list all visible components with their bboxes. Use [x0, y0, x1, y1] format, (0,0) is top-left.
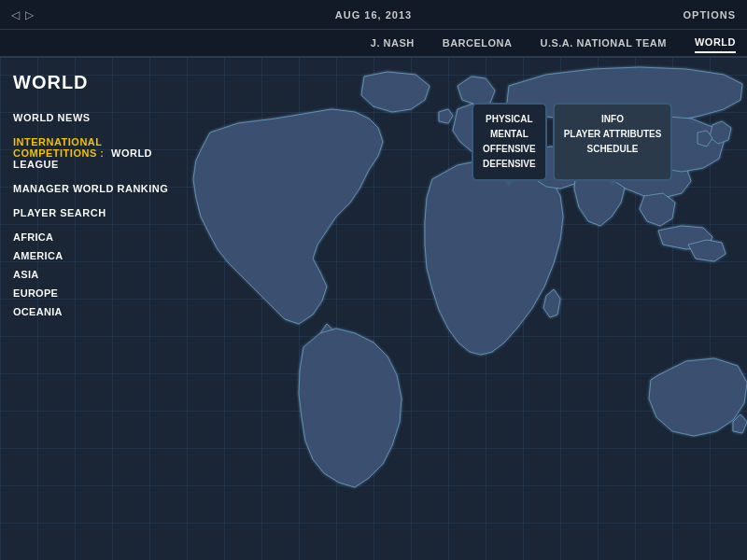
sidebar: WORLD WORLD NEWS INTERNATIONAL COMPETITI…: [0, 58, 182, 560]
right-arrow[interactable]: ▷: [25, 8, 34, 21]
map-area: PHYSICAL MENTAL OFFENSIVE DEFENSIVE INFO…: [182, 58, 747, 560]
options-button[interactable]: OPTIONS: [683, 9, 736, 21]
sidebar-player-search[interactable]: PLAYER SEARCH: [13, 207, 169, 218]
tooltip-line-defensive: DEFENSIVE: [483, 159, 536, 169]
tooltip-physical[interactable]: PHYSICAL MENTAL OFFENSIVE DEFENSIVE: [472, 103, 547, 181]
tooltip-line-attributes: PLAYER ATTRIBUTES: [564, 129, 662, 139]
left-arrow[interactable]: ◁: [11, 8, 20, 21]
main-content: WORLD WORLD NEWS INTERNATIONAL COMPETITI…: [0, 58, 747, 560]
tooltip-line-physical: PHYSICAL: [486, 114, 533, 124]
tooltip-line-info: INFO: [601, 114, 624, 124]
tooltip-line-mental: MENTAL: [490, 129, 529, 139]
tooltip-container: PHYSICAL MENTAL OFFENSIVE DEFENSIVE INFO…: [472, 103, 672, 181]
region-america[interactable]: AMERICA: [13, 250, 169, 261]
tooltip-info[interactable]: INFO PLAYER ATTRIBUTES SCHEDULE: [553, 103, 673, 181]
sidebar-manager-ranking[interactable]: MANAGER WORLD RANKING: [13, 183, 169, 194]
top-header: ◁ ▷ AUG 16, 2013 OPTIONS: [0, 0, 747, 30]
region-oceania[interactable]: OCEANIA: [13, 306, 169, 317]
region-asia[interactable]: ASIA: [13, 269, 169, 280]
nav-item-jnash[interactable]: J. NASH: [371, 34, 415, 52]
region-europe[interactable]: EUROPE: [13, 287, 169, 299]
nav-item-world[interactable]: WORLD: [695, 33, 736, 53]
nav-bar: J. NASH BARCELONA U.S.A. NATIONAL TEAM W…: [0, 30, 747, 58]
nav-item-national-team[interactable]: U.S.A. NATIONAL TEAM: [540, 34, 666, 52]
sidebar-world-news[interactable]: WORLD NEWS: [13, 112, 169, 123]
sidebar-international-competitions[interactable]: INTERNATIONAL COMPETITIONS : WORLD LEAGU…: [13, 136, 169, 170]
nav-arrows: ◁ ▷: [11, 8, 34, 21]
tooltip-line-offensive: OFFENSIVE: [483, 144, 536, 154]
competitions-label: INTERNATIONAL COMPETITIONS :: [13, 136, 104, 159]
nav-item-barcelona[interactable]: BARCELONA: [443, 34, 513, 52]
header-date: AUG 16, 2013: [335, 9, 412, 21]
tooltip-line-schedule: SCHEDULE: [587, 144, 639, 154]
sidebar-title: WORLD: [13, 72, 169, 93]
region-africa[interactable]: AFRICA: [13, 231, 169, 243]
